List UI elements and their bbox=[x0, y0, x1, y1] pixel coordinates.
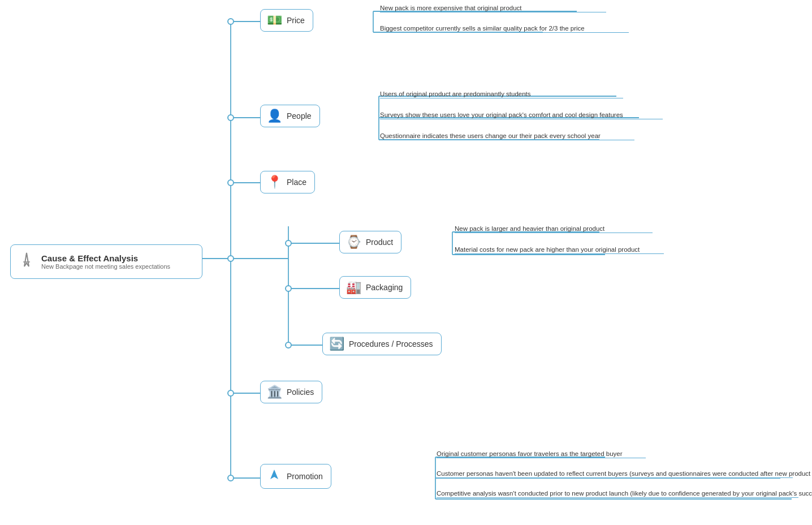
people-cause-3: Questionnaire indicates these users chan… bbox=[380, 132, 634, 140]
procedures-icon: 🔄 bbox=[329, 337, 344, 351]
svg-point-39 bbox=[286, 342, 291, 348]
place-node: 📍 Place bbox=[260, 171, 315, 193]
product-node: ⌚ Product bbox=[339, 231, 401, 253]
promotion-icon bbox=[266, 468, 282, 485]
svg-point-43 bbox=[228, 475, 234, 481]
svg-point-14 bbox=[228, 256, 233, 261]
root-text: Cause & Effect Analysis New Backpage not… bbox=[41, 253, 170, 270]
packaging-label: Packaging bbox=[366, 283, 403, 292]
root-node: Cause & Effect Analysis New Backpage not… bbox=[10, 244, 202, 279]
procedures-node: 🔄 Procedures / Processes bbox=[322, 333, 442, 355]
svg-point-27 bbox=[228, 180, 234, 186]
product-cause-1: New pack is larger and heavier than orig… bbox=[455, 225, 653, 233]
people-label: People bbox=[287, 111, 312, 121]
svg-point-37 bbox=[286, 286, 291, 291]
price-label: Price bbox=[287, 16, 305, 25]
root-icon bbox=[18, 251, 36, 273]
place-label: Place bbox=[287, 178, 306, 187]
svg-point-41 bbox=[228, 390, 234, 396]
promotion-cause-1: Original customer personas favor travele… bbox=[437, 450, 646, 458]
policies-label: Policies bbox=[287, 388, 314, 397]
price-node: 💵 Price bbox=[260, 9, 313, 32]
promotion-label: Promotion bbox=[287, 472, 323, 481]
svg-point-32 bbox=[286, 240, 291, 246]
people-cause-2: Surveys show these users love your origi… bbox=[380, 111, 663, 119]
promotion-node: Promotion bbox=[260, 464, 331, 489]
procedures-label: Procedures / Processes bbox=[349, 339, 433, 348]
packaging-node: 🏭 Packaging bbox=[339, 276, 411, 299]
promotion-cause-3: Competitive analysis wasn't conducted pr… bbox=[437, 490, 798, 498]
svg-point-29 bbox=[228, 256, 234, 261]
price-cause-1: New pack is more expensive that original… bbox=[380, 5, 606, 12]
packaging-icon: 🏭 bbox=[345, 280, 361, 295]
product-cause-2: Material costs for new pack are higher t… bbox=[455, 246, 664, 254]
people-node: 👤 People bbox=[260, 105, 320, 127]
svg-marker-51 bbox=[270, 470, 278, 479]
place-icon: 📍 bbox=[266, 175, 282, 190]
product-icon: ⌚ bbox=[345, 235, 361, 249]
price-cause-2: Biggest competitor currently sells a sim… bbox=[380, 25, 629, 33]
root-title: Cause & Effect Analysis bbox=[41, 253, 170, 263]
policies-node: 🏛️ Policies bbox=[260, 381, 322, 403]
people-icon: 👤 bbox=[266, 109, 282, 123]
diagram-container: .conn { stroke: #5aabcf; stroke-width: 1… bbox=[0, 0, 812, 525]
root-subtitle: New Backpage not meeting sales expectati… bbox=[41, 263, 170, 270]
svg-point-21 bbox=[228, 115, 234, 121]
svg-marker-49 bbox=[24, 253, 29, 266]
policies-icon: 🏛️ bbox=[266, 385, 282, 399]
svg-point-16 bbox=[228, 19, 234, 24]
promotion-cause-2: Customer personas haven't been updated t… bbox=[437, 470, 793, 478]
people-cause-1: Users of original product are predominan… bbox=[380, 91, 623, 98]
product-label: Product bbox=[366, 238, 393, 247]
price-icon: 💵 bbox=[266, 13, 282, 28]
